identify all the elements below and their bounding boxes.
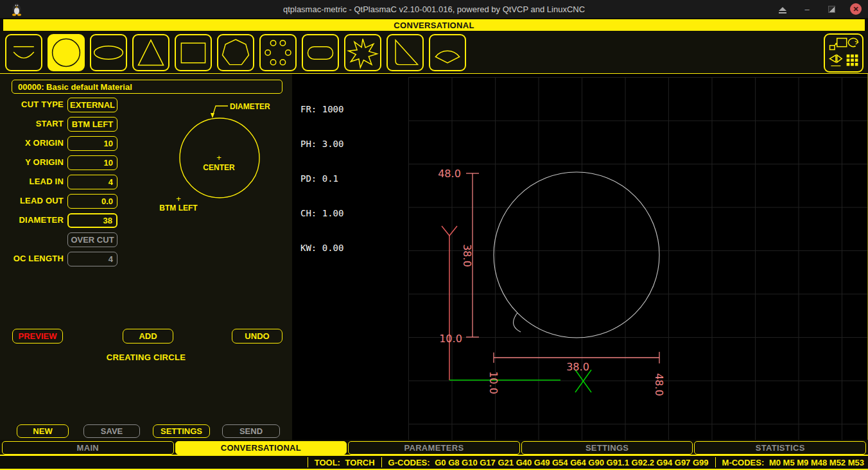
material-select[interactable]: 00000: Basic default Material xyxy=(12,80,282,94)
status-bar: TOOL: TORCH G-CODES: G0 G8 G10 G17 G21 G… xyxy=(0,455,868,470)
tab-statistics[interactable]: STATISTICS xyxy=(694,441,866,455)
dim-x-left: 10.0 xyxy=(487,371,499,394)
y-axis-marker xyxy=(442,226,457,380)
cut-type-button[interactable]: EXTERNAL xyxy=(67,98,117,112)
shape-bolt-circle-button[interactable] xyxy=(259,34,297,71)
x-origin-label: X ORIGIN xyxy=(0,138,64,148)
gusset-icon xyxy=(388,35,422,70)
add-button[interactable]: ADD xyxy=(123,329,173,344)
start-button[interactable]: BTM LEFT xyxy=(67,117,117,132)
shape-rectangle-button[interactable] xyxy=(175,34,212,71)
star-icon xyxy=(345,35,380,70)
scale-icon xyxy=(830,39,847,50)
settings-button[interactable]: SETTINGS xyxy=(153,424,210,438)
shape-utilities-button[interactable] xyxy=(824,33,864,73)
new-button[interactable]: NEW xyxy=(17,424,69,438)
shape-gusset-button[interactable] xyxy=(386,34,424,71)
y-origin-input[interactable] xyxy=(67,155,117,170)
dim-y-top: 48.0 xyxy=(438,168,461,180)
shape-slot-button[interactable] xyxy=(302,34,339,71)
qtplasmac-window: qtplasmac-metric - QtPlasmaC v2.10-001.0… xyxy=(0,0,868,470)
diagram-diameter-label: DIAMETER xyxy=(230,102,270,111)
x-axis-marker xyxy=(449,370,591,392)
cut-path-circle xyxy=(494,172,659,338)
over-cut-button[interactable]: OVER CUT xyxy=(67,232,117,247)
close-button[interactable]: ✕ xyxy=(850,3,862,15)
gcodes-label: G-CODES: xyxy=(388,458,430,467)
diagram-center-label: CENTER xyxy=(203,163,235,172)
lead-in-input[interactable] xyxy=(67,175,117,189)
window-title: qtplasmac-metric - QtPlasmaC v2.10-001.0… xyxy=(0,4,868,14)
lead-out-input[interactable] xyxy=(67,194,117,209)
title-bar: qtplasmac-metric - QtPlasmaC v2.10-001.0… xyxy=(0,0,868,18)
main-tab-bar: MAIN CONVERSATIONAL PARAMETERS SETTINGS … xyxy=(0,441,868,455)
conversational-banner: CONVERSATIONAL xyxy=(3,19,865,31)
shape-lines-button[interactable] xyxy=(5,34,42,71)
shape-sector-button[interactable] xyxy=(429,34,466,71)
tool-label: TOOL: xyxy=(315,458,340,467)
shade-button[interactable] xyxy=(777,3,788,15)
bolt-circle-icon xyxy=(261,35,295,70)
dim-y-span: 38.0 xyxy=(461,244,473,267)
oc-length-label: OC LENGTH xyxy=(0,254,64,263)
diagram-btmleft-plus: + xyxy=(176,194,181,204)
conversational-input-panel: 00000: Basic default Material CUT TYPE E… xyxy=(0,74,292,440)
tool-value: TORCH xyxy=(345,458,375,467)
undo-button[interactable]: UNDO xyxy=(232,329,282,344)
dim-x-span: 38.0 xyxy=(566,361,589,373)
status-separator xyxy=(715,457,716,467)
polygon-icon xyxy=(218,35,253,70)
slot-icon xyxy=(303,35,338,70)
diameter-input[interactable] xyxy=(67,213,117,228)
gcodes-value: G0 G8 G10 G17 G21 G40 G49 G54 G64 G90 G9… xyxy=(435,458,708,467)
tab-settings[interactable]: SETTINGS xyxy=(521,441,693,455)
preview-drawing: 48.0 10.0 38.0 38.0 10.0 48.0 xyxy=(292,74,868,440)
preview-button[interactable]: PREVIEW xyxy=(12,329,63,344)
dim-y-bottom: 10.0 xyxy=(439,333,462,345)
rectangle-icon xyxy=(176,35,211,70)
tab-parameters[interactable]: PARAMETERS xyxy=(348,441,520,455)
maximize-button[interactable] xyxy=(826,3,837,15)
gcode-preview-panel[interactable]: FR: 1000 PH: 3.00 PD: 0.1 CH: 1.00 KW: 0… xyxy=(292,74,868,440)
maximize-icon xyxy=(828,6,835,13)
lines-icon xyxy=(6,35,41,70)
shape-toolbar xyxy=(0,31,868,74)
tab-main[interactable]: MAIN xyxy=(2,441,174,455)
circle-icon xyxy=(49,35,83,70)
diagram-center-plus: + xyxy=(216,153,221,162)
minimize-button[interactable]: – xyxy=(801,3,813,15)
tab-conversational[interactable]: CONVERSATIONAL xyxy=(175,441,347,455)
mirror-icon xyxy=(830,55,842,66)
shade-icon xyxy=(779,7,786,11)
y-origin-label: Y ORIGIN xyxy=(0,157,64,167)
lead-in-arc xyxy=(514,313,521,332)
cut-type-label: CUT TYPE xyxy=(0,100,64,109)
shape-polygon-button[interactable] xyxy=(217,34,254,71)
diameter-label: DIAMETER xyxy=(0,215,64,225)
diagram-btmleft-label: BTM LEFT xyxy=(159,204,198,213)
lead-out-label: LEAD OUT xyxy=(0,196,64,205)
shape-star-button[interactable] xyxy=(344,34,381,71)
start-label: START xyxy=(0,119,64,128)
array-icon xyxy=(847,55,858,66)
send-button[interactable]: SEND xyxy=(222,424,280,438)
dim-x-right: 48.0 xyxy=(653,373,665,396)
save-button[interactable]: SAVE xyxy=(83,424,140,438)
mcodes-value: M0 M5 M9 M48 M52 M53 xyxy=(769,458,864,467)
circle-help-diagram: DIAMETER + CENTER + BTM LEFT xyxy=(153,95,291,231)
lead-in-label: LEAD IN xyxy=(0,177,64,186)
triangle-icon xyxy=(134,35,168,70)
sector-icon xyxy=(430,35,465,70)
status-separator xyxy=(381,457,382,467)
mcodes-label: M-CODES: xyxy=(722,458,765,467)
rotate-icon xyxy=(848,39,858,47)
status-separator xyxy=(308,457,308,467)
shape-triangle-button[interactable] xyxy=(132,34,169,71)
creating-status-text: CREATING CIRCLE xyxy=(0,352,292,362)
shape-ellipse-button[interactable] xyxy=(90,34,127,71)
ellipse-icon xyxy=(91,35,126,70)
oc-length-input[interactable] xyxy=(67,252,117,266)
shape-circle-button[interactable] xyxy=(48,34,85,71)
x-origin-input[interactable] xyxy=(67,136,117,151)
